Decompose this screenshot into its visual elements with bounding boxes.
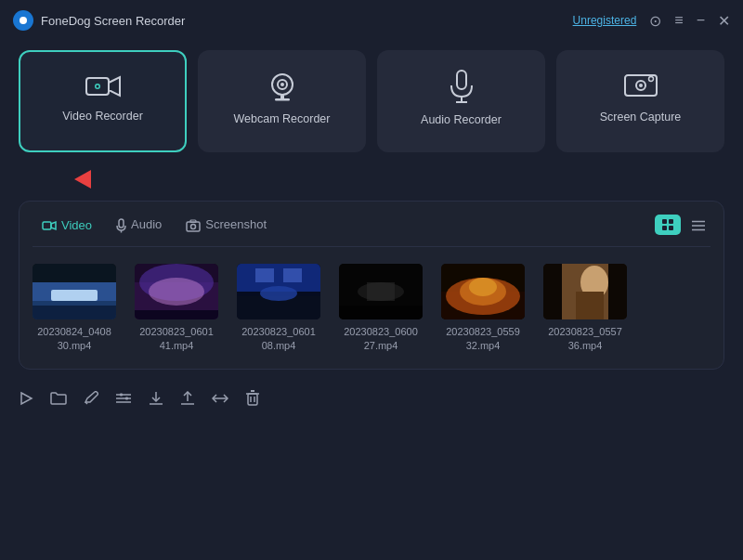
tab-audio[interactable]: Audio	[107, 213, 171, 236]
recorder-buttons: Video Recorder Webcam Recorder	[19, 50, 724, 152]
tab-video-label: Video	[61, 218, 92, 232]
menu-icon[interactable]: ≡	[674, 12, 683, 29]
video-tab-icon	[42, 217, 57, 232]
screen-capture-label: Screen Capture	[600, 111, 682, 124]
file-item[interactable]: 20230823_060141.mp4	[135, 264, 218, 354]
video-recorder-icon	[85, 69, 122, 100]
file-thumbnail	[441, 264, 525, 319]
svg-rect-73	[248, 394, 257, 405]
move-button[interactable]	[212, 392, 228, 405]
file-item[interactable]: 20230824_040830.mp4	[33, 264, 116, 354]
svg-rect-20	[187, 222, 200, 231]
svg-marker-17	[51, 222, 56, 229]
app-logo	[13, 10, 33, 31]
svg-rect-24	[669, 219, 673, 224]
close-icon[interactable]: ✕	[718, 12, 730, 30]
svg-rect-33	[51, 290, 98, 301]
svg-rect-23	[662, 219, 667, 224]
screenshot-tab-icon	[186, 217, 201, 232]
svg-rect-25	[662, 226, 667, 230]
svg-point-14	[639, 84, 643, 87]
svg-rect-18	[119, 219, 124, 228]
audio-recorder-label: Audio Recorder	[421, 113, 502, 126]
grid-view-button[interactable]	[655, 215, 681, 235]
svg-point-49	[358, 282, 404, 301]
file-name: 20230824_040830.mp4	[37, 325, 111, 354]
svg-rect-39	[135, 310, 218, 319]
audio-recorder-icon	[448, 69, 476, 104]
folder-button[interactable]	[50, 391, 67, 405]
svg-rect-60	[608, 264, 627, 319]
play-button[interactable]	[19, 391, 33, 406]
webcam-recorder-button[interactable]: Webcam Recorder	[198, 50, 366, 152]
screen-capture-button[interactable]: Screen Capture	[556, 50, 724, 152]
title-bar-controls: Unregistered ⊙ ≡ − ✕	[573, 12, 730, 30]
svg-rect-66	[120, 393, 123, 396]
tab-screenshot-label: Screenshot	[205, 217, 267, 231]
arrow-indicator	[19, 165, 724, 193]
webcam-recorder-label: Webcam Recorder	[234, 112, 331, 125]
edit-button[interactable]	[84, 391, 98, 406]
svg-rect-34	[33, 306, 116, 319]
audio-recorder-button[interactable]: Audio Recorder	[377, 50, 545, 152]
delete-button[interactable]	[245, 390, 260, 407]
svg-rect-48	[339, 306, 423, 319]
svg-point-3	[96, 85, 98, 87]
file-item[interactable]: 20230823_060027.mp4	[339, 264, 423, 354]
file-thumbnail	[339, 264, 423, 319]
svg-point-21	[191, 225, 196, 229]
app-title: FoneDog Screen Recorder	[41, 14, 573, 28]
tab-audio-label: Audio	[131, 217, 162, 231]
bottom-toolbar	[0, 379, 743, 412]
file-item[interactable]: 20230823_055736.mp4	[543, 264, 627, 354]
file-item[interactable]: 20230823_055932.mp4	[441, 264, 525, 354]
svg-rect-43	[283, 268, 302, 282]
svg-rect-16	[43, 222, 51, 229]
red-arrow-icon	[74, 170, 91, 189]
svg-rect-8	[275, 98, 290, 101]
file-thumbnail	[237, 264, 320, 319]
webcam-recorder-icon	[266, 69, 299, 103]
svg-point-45	[260, 286, 297, 301]
unregistered-link[interactable]: Unregistered	[573, 14, 637, 27]
title-bar: FoneDog Screen Recorder Unregistered ⊙ ≡…	[0, 0, 743, 41]
file-name: 20230823_055736.mp4	[548, 325, 622, 354]
svg-rect-26	[669, 226, 673, 230]
file-thumbnail	[135, 264, 218, 319]
library-panel: Video Audio	[19, 201, 724, 370]
svg-rect-42	[255, 268, 274, 282]
tab-video[interactable]: Video	[33, 214, 101, 236]
svg-marker-61	[21, 393, 32, 404]
file-name: 20230823_060027.mp4	[344, 325, 418, 354]
svg-rect-9	[457, 71, 466, 89]
main-content: Video Recorder Webcam Recorder	[0, 41, 743, 379]
svg-marker-1	[109, 77, 120, 96]
file-name: 20230823_055932.mp4	[446, 325, 520, 354]
file-thumbnail	[543, 264, 627, 319]
download-button[interactable]	[149, 391, 163, 406]
minimize-icon[interactable]: −	[697, 12, 705, 29]
file-thumbnail	[33, 264, 116, 319]
screen-capture-icon	[623, 69, 658, 101]
svg-point-6	[280, 83, 284, 86]
svg-rect-59	[543, 264, 562, 319]
svg-rect-58	[576, 292, 604, 319]
trim-button[interactable]	[115, 392, 132, 405]
file-item[interactable]: 20230823_060108.mp4	[237, 264, 320, 354]
svg-point-38	[149, 278, 204, 306]
list-view-button[interactable]	[686, 213, 710, 237]
svg-rect-67	[125, 397, 128, 399]
video-recorder-label: Video Recorder	[62, 110, 143, 123]
tab-screenshot[interactable]: Screenshot	[176, 214, 276, 236]
target-icon[interactable]: ⊙	[649, 12, 661, 30]
svg-point-15	[648, 76, 653, 81]
video-recorder-button[interactable]: Video Recorder	[19, 50, 187, 152]
audio-tab-icon	[116, 216, 126, 232]
file-grid: 20230824_040830.mp4 20230823_060141.mp4	[33, 260, 710, 358]
svg-point-54	[469, 278, 497, 296]
library-tabs: Video Audio	[33, 213, 710, 247]
file-name: 20230823_060141.mp4	[139, 325, 214, 354]
file-name: 20230823_060108.mp4	[241, 325, 316, 354]
share-button[interactable]	[180, 391, 195, 406]
